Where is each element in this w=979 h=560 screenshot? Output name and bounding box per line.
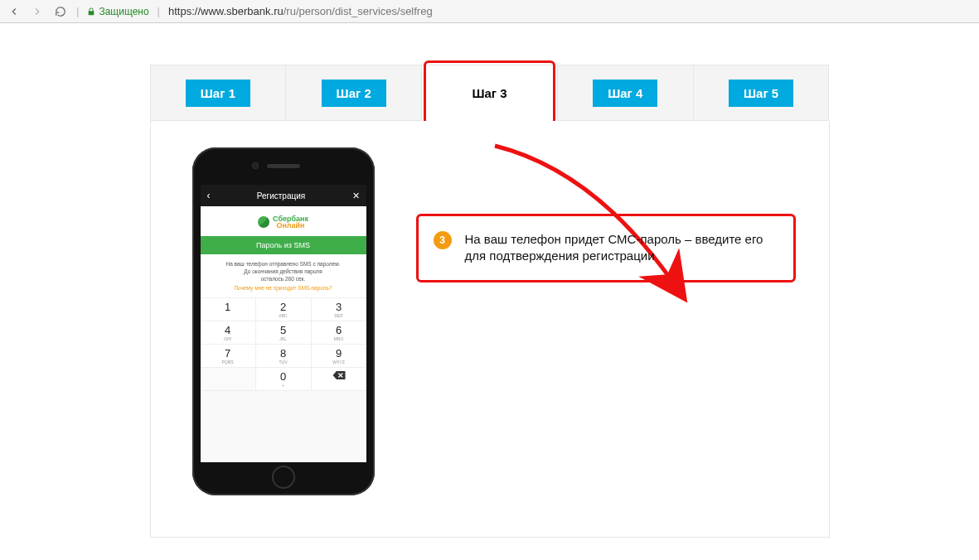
tab-step-4[interactable]: Шаг 4 (558, 65, 694, 121)
keypad-empty (201, 368, 256, 391)
instruction-text: На ваш телефон придет СМС-пароль – введи… (465, 232, 763, 263)
keypad-key-7[interactable]: 7PQRS (201, 345, 256, 368)
keypad-key-5[interactable]: 5JKL (256, 321, 312, 345)
step-number-badge: 3 (434, 231, 452, 249)
address-bar[interactable]: https://www.sberbank.ru/ru/person/dist_s… (168, 5, 433, 17)
screen-title: Регистрация (211, 191, 352, 200)
separator: | (76, 5, 79, 17)
phone-speaker (267, 164, 300, 168)
page-content: Шаг 1 Шаг 2 Шаг 3 Шаг 4 Шаг 5 ‹ Регистра… (0, 65, 979, 538)
instruction-column: 3 На ваш телефон придет СМС-пароль – вве… (416, 147, 796, 282)
forward-button[interactable] (30, 4, 45, 19)
phone-screen: ‹ Регистрация ✕ Сбербанк Онлайн Пароль и… (201, 185, 366, 462)
keypad-key-3[interactable]: 3DEF (312, 298, 366, 321)
keypad-key-2[interactable]: 2ABC (256, 298, 312, 321)
tab-button[interactable]: Шаг 4 (593, 80, 657, 107)
backspace-icon (332, 371, 346, 379)
step-content: ‹ Регистрация ✕ Сбербанк Онлайн Пароль и… (150, 121, 830, 538)
sms-message-area: На ваш телефон отправлено SMS с паролем.… (201, 254, 366, 297)
phone-camera (252, 162, 259, 169)
keypad-key-4[interactable]: 4GHI (201, 321, 256, 345)
brand-header: Сбербанк Онлайн (201, 206, 366, 236)
app-titlebar: ‹ Регистрация ✕ (201, 185, 366, 206)
instruction-callout: 3 На ваш телефон придет СМС-пароль – вве… (416, 214, 796, 282)
keypad-delete[interactable] (312, 368, 366, 391)
tab-button[interactable]: Шаг 5 (729, 80, 793, 107)
sms-sent-text: На ваш телефон отправлено SMS с паролем. (206, 261, 361, 267)
sberbank-logo-icon (258, 216, 269, 228)
reload-button[interactable] (53, 4, 68, 19)
countdown-text-2: осталось 260 сек. (206, 276, 361, 282)
tab-step-3[interactable]: Шаг 3 (422, 65, 558, 121)
secure-badge: Защищено (87, 6, 148, 17)
keypad-key-8[interactable]: 8TUV (256, 345, 312, 368)
close-icon[interactable]: ✕ (352, 191, 360, 201)
help-link[interactable]: Почему мне не приходит SMS-пароль? (206, 285, 361, 291)
sms-password-header: Пароль из SMS (201, 236, 366, 254)
keypad-key-6[interactable]: 6MNO (312, 321, 366, 345)
secure-label: Защищено (99, 6, 148, 17)
tab-button[interactable]: Шаг 1 (186, 80, 250, 107)
brand-name-2: Онлайн (273, 221, 308, 229)
keypad-key-9[interactable]: 9WXYZ (312, 345, 366, 368)
separator: | (158, 5, 160, 17)
phone-home-button (272, 466, 295, 489)
tab-button[interactable]: Шаг 3 (448, 76, 530, 110)
numeric-keypad: 12ABC3DEF4GHI5JKL6MNO7PQRS8TUV9WXYZ0+ (201, 297, 366, 391)
tab-step-1[interactable]: Шаг 1 (150, 65, 287, 121)
step-tabs: Шаг 1 Шаг 2 Шаг 3 Шаг 4 Шаг 5 (150, 65, 830, 121)
url-host: https://www.sberbank.ru (168, 5, 284, 17)
lock-icon (87, 7, 95, 17)
browser-toolbar: | Защищено | https://www.sberbank.ru/ru/… (0, 0, 979, 23)
tab-step-2[interactable]: Шаг 2 (286, 65, 422, 121)
back-button[interactable] (7, 4, 22, 19)
keypad-key-1[interactable]: 1 (201, 298, 256, 321)
keypad-key-0[interactable]: 0+ (256, 368, 312, 391)
url-path: /ru/person/dist_services/selfreg (284, 5, 433, 17)
countdown-text-1: До окончания действия пароля (206, 268, 361, 274)
phone-mockup: ‹ Регистрация ✕ Сбербанк Онлайн Пароль и… (192, 147, 375, 495)
tab-button[interactable]: Шаг 2 (322, 80, 386, 107)
tab-step-5[interactable]: Шаг 5 (694, 65, 830, 121)
